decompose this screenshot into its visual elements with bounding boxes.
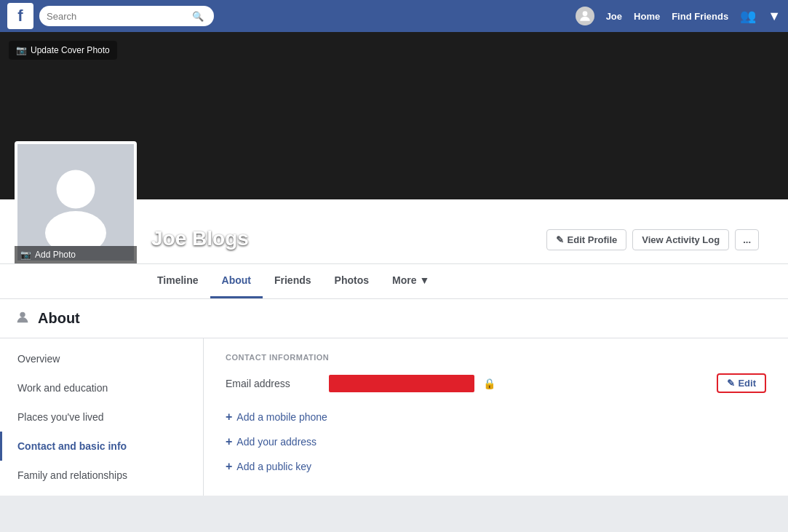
plus-icon-3: + (226, 460, 232, 473)
plus-icon-2: + (226, 435, 232, 448)
profile-name: Joe Blogs (151, 227, 249, 256)
sidebar-item-places[interactable]: Places you've lived (0, 402, 203, 432)
main-content: About Overview Work and education Places… (0, 299, 788, 496)
profile-name-area: Joe Blogs ✎ Edit Profile View Activity L… (137, 227, 773, 263)
add-public-key-link[interactable]: + Add a public key (226, 454, 766, 479)
chevron-down-icon: ▼ (419, 274, 429, 286)
about-main-panel: CONTACT INFORMATION Email address 🔒 ✎ Ed… (204, 338, 788, 496)
sidebar-item-overview[interactable]: Overview (0, 344, 203, 373)
top-navigation: f 🔍 Joe Home Find Friends 👥 ▼ (0, 0, 788, 32)
camera-small-icon: 📷 (20, 250, 31, 260)
nav-find-friends-link[interactable]: Find Friends (672, 11, 728, 22)
search-input[interactable] (47, 11, 192, 22)
profile-picture-wrapper: 📷 Add Photo (15, 141, 137, 263)
notifications-icon[interactable]: ▼ (768, 9, 781, 24)
sidebar-item-work-education[interactable]: Work and education (0, 373, 203, 402)
about-sidebar: Overview Work and education Places you'v… (0, 338, 204, 496)
contact-info-section-title: CONTACT INFORMATION (226, 353, 766, 362)
about-layout: Overview Work and education Places you'v… (0, 338, 788, 496)
view-activity-log-button[interactable]: View Activity Log (632, 229, 729, 250)
about-person-icon (15, 309, 31, 327)
camera-icon: 📷 (16, 45, 27, 55)
pencil-icon: ✎ (556, 234, 564, 245)
email-label: Email address (226, 378, 320, 389)
search-bar[interactable]: 🔍 (39, 6, 214, 26)
profile-actions: ✎ Edit Profile View Activity Log ... (546, 229, 759, 256)
tab-about[interactable]: About (210, 264, 263, 298)
email-row: Email address 🔒 ✎ Edit (226, 373, 766, 393)
search-icon: 🔍 (192, 11, 204, 22)
edit-profile-button[interactable]: ✎ Edit Profile (546, 229, 627, 250)
lock-icon: 🔒 (483, 378, 496, 389)
profile-inner: 📷 Add Photo Joe Blogs ✎ Edit Profile Vie… (0, 199, 788, 263)
svg-point-1 (57, 170, 95, 209)
tab-more[interactable]: More ▼ (381, 264, 441, 298)
about-header: About (0, 299, 788, 338)
email-value-redacted (329, 375, 474, 392)
profile-section: 📷 Add Photo Joe Blogs ✎ Edit Profile Vie… (0, 199, 788, 299)
pencil-edit-icon: ✎ (727, 378, 735, 389)
tab-photos[interactable]: Photos (323, 264, 381, 298)
tab-friends[interactable]: Friends (263, 264, 323, 298)
svg-point-3 (20, 312, 25, 317)
svg-point-0 (582, 11, 587, 16)
plus-icon: + (226, 410, 232, 424)
tab-timeline[interactable]: Timeline (146, 264, 210, 298)
add-photo-button[interactable]: 📷 Add Photo (15, 246, 137, 263)
update-cover-photo-button[interactable]: 📷 Update Cover Photo (9, 41, 117, 60)
svg-point-2 (45, 211, 106, 246)
nav-right-area: Joe Home Find Friends 👥 ▼ (576, 7, 781, 25)
sidebar-item-contact[interactable]: Contact and basic info (0, 432, 203, 461)
profile-picture (15, 141, 137, 263)
edit-email-button[interactable]: ✎ Edit (717, 373, 766, 393)
add-address-link[interactable]: + Add your address (226, 429, 766, 454)
add-mobile-phone-link[interactable]: + Add a mobile phone (226, 405, 766, 429)
about-title: About (38, 310, 80, 327)
nav-home-link[interactable]: Home (634, 11, 660, 22)
nav-user-name[interactable]: Joe (606, 11, 622, 22)
more-options-button[interactable]: ... (735, 229, 759, 250)
nav-user-avatar[interactable] (576, 7, 594, 25)
facebook-logo: f (7, 3, 33, 29)
sidebar-item-family[interactable]: Family and relationships (0, 461, 203, 490)
friends-icon[interactable]: 👥 (740, 8, 756, 24)
profile-tabs: Timeline About Friends Photos More ▼ (0, 263, 788, 298)
